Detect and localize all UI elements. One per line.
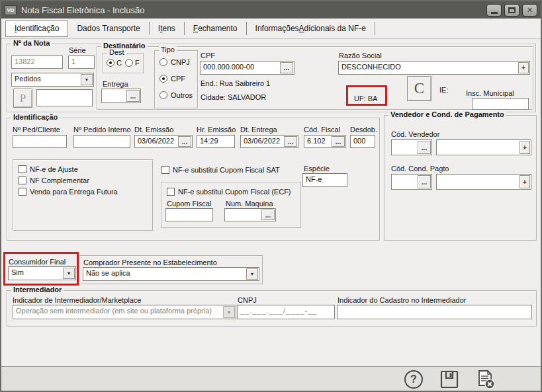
tab-fechamento[interactable]: Fechamento — [185, 22, 247, 35]
checkbox-substitui-sat-label: NF-e substitui Cupom Fiscal SAT — [173, 166, 280, 174]
chevron-down-icon[interactable]: ▼ — [81, 74, 93, 85]
cancel-document-button[interactable] — [474, 369, 496, 390]
p-button[interactable]: P — [13, 89, 32, 108]
comprador-presente-value: Não se aplica — [86, 269, 130, 277]
radio-dest-c-circle[interactable] — [107, 59, 114, 67]
cod-vendedor-input[interactable]: ... — [391, 139, 432, 155]
tab-itens[interactable]: Itens — [150, 22, 185, 35]
insc-municipal-label: Insc. Municipal — [466, 89, 514, 97]
dt-emissao-calendar-button[interactable]: ... — [178, 136, 191, 147]
ped-cliente-input[interactable] — [13, 135, 67, 148]
consumidor-final-combobox[interactable]: Sim ▼ — [8, 266, 76, 280]
checkbox-venda-entrega-futura[interactable]: Venda para Entrega Futura — [19, 188, 118, 196]
cadastro-intermediador-label: Indicador do Cadastro no Intermediador — [338, 296, 466, 304]
radio-tipo-cnpj-circle[interactable] — [159, 58, 167, 66]
insc-municipal-input[interactable] — [472, 98, 529, 110]
help-icon: ? — [410, 373, 417, 385]
dt-entrega-value: 03/06/2022 — [244, 137, 280, 145]
checkbox-nfe-ajuste[interactable]: NF-e de Ajuste — [19, 165, 78, 173]
ecf-panel: NF-e substitui Cupom Fiscal (ECF) Cupom … — [161, 182, 301, 228]
endereco-text: End.: Rua Saibreiro 1 — [201, 79, 270, 87]
radio-tipo-cpf-label: CPF — [171, 75, 185, 83]
cod-fiscal-label: Cód. Fiscal — [304, 126, 340, 134]
cadastro-intermediador-input[interactable] — [337, 305, 532, 319]
tab-identificacao[interactable]: Identificação — [5, 20, 68, 37]
radio-dest-c[interactable]: C — [107, 59, 122, 67]
checkbox-substitui-ecf-box[interactable] — [167, 188, 175, 196]
cpf-label: CPF — [201, 52, 215, 59]
c-button[interactable]: C — [407, 76, 431, 101]
radio-dest-f-circle[interactable] — [125, 59, 133, 67]
cpf-input[interactable]: 000.000.000-00 ... — [200, 61, 294, 75]
num-maquina-input[interactable]: ... — [224, 208, 276, 221]
checkbox-nf-complementar-box[interactable] — [19, 176, 26, 184]
cupom-fiscal-label: Cupom Fiscal — [167, 200, 211, 208]
radio-dest-c-label: C — [116, 59, 122, 67]
entrega-label: Entrega — [103, 80, 128, 88]
tab-bar: Identificação Dados Transporte Itens Fec… — [1, 19, 541, 39]
tab-dados-transporte[interactable]: Dados Transporte — [68, 22, 149, 35]
checkbox-substitui-sat[interactable]: NF-e substitui Cupom Fiscal SAT — [161, 166, 280, 174]
p-aux-input[interactable] — [36, 89, 93, 106]
desdob-input[interactable]: 000 — [350, 135, 375, 148]
num-maquina-lookup-button[interactable]: ... — [261, 210, 275, 220]
indicador-marketplace-combobox[interactable]: Operação sem intermediador (em site ou p… — [13, 305, 236, 319]
chevron-down-icon: ▼ — [223, 306, 235, 318]
razao-social-input[interactable]: DESCONHECIDO + — [338, 61, 530, 75]
radio-tipo-outros[interactable]: Outros — [159, 91, 193, 99]
radio-dest-f[interactable]: F — [125, 59, 140, 67]
dt-entrega-input[interactable]: 03/06/2022 ... — [240, 135, 298, 148]
desdob-label: Desdob. — [350, 126, 377, 134]
origem-combobox[interactable]: Pedidos ▼ — [11, 73, 94, 87]
dt-emissao-input[interactable]: 03/06/2022 ... — [134, 135, 193, 148]
radio-tipo-cnpj[interactable]: CNPJ — [159, 58, 190, 66]
checkbox-substitui-ecf[interactable]: NF-e substitui Cupom Fiscal (ECF) — [167, 188, 291, 196]
checkbox-venda-entrega-futura-box[interactable] — [19, 188, 26, 196]
tab-informacoes-adicionais[interactable]: Informações Adicionais da NF-e — [247, 22, 375, 35]
hr-emissao-input[interactable]: 14:29 — [197, 135, 235, 148]
nome-cond-pagto-add-button[interactable]: + — [519, 175, 530, 188]
checkbox-venda-entrega-futura-label: Venda para Entrega Futura — [30, 188, 118, 196]
radio-tipo-cpf-circle[interactable] — [159, 75, 167, 83]
close-button[interactable]: ✕ — [522, 4, 537, 17]
ped-cliente-label: Nº Ped/Cliente — [13, 126, 60, 134]
cod-fiscal-input[interactable]: 6.102 ... — [304, 135, 346, 148]
minimize-icon — [491, 12, 498, 14]
nome-vendedor-add-button[interactable]: + — [519, 141, 530, 154]
serie-input[interactable]: 1 — [68, 56, 95, 69]
nome-cond-pagto-input[interactable]: + — [436, 174, 531, 190]
checkbox-nfe-ajuste-box[interactable] — [19, 165, 26, 173]
close-icon: ✕ — [527, 6, 533, 15]
entrega-lookup-button[interactable]: ... — [126, 90, 140, 102]
numero-nota-input[interactable]: 13822 — [11, 56, 63, 69]
intermediador-cnpj-input[interactable]: __.___.___/____-__ — [237, 305, 335, 319]
especie-input[interactable]: NF-e — [302, 173, 347, 187]
nome-vendedor-input[interactable]: + — [436, 139, 531, 155]
help-button[interactable]: ? — [404, 370, 423, 389]
checkbox-nf-complementar[interactable]: NF Complementar — [19, 176, 89, 184]
cod-fiscal-lookup-button[interactable]: ... — [332, 136, 345, 147]
cod-cond-pagto-lookup-button[interactable]: ... — [418, 175, 431, 188]
group-dest-title: Dest — [107, 48, 126, 56]
chevron-down-icon[interactable]: ▼ — [246, 268, 258, 280]
pedido-interno-label: Nº Pedido Interno — [73, 126, 131, 134]
cupom-fiscal-input[interactable] — [165, 208, 213, 221]
cpf-lookup-button[interactable]: ... — [280, 62, 293, 73]
entrega-input[interactable]: ... — [101, 89, 141, 103]
save-button[interactable] — [440, 370, 459, 389]
checkbox-substitui-sat-box[interactable] — [161, 166, 169, 174]
radio-tipo-outros-circle[interactable] — [159, 91, 167, 99]
razao-social-add-button[interactable]: + — [518, 62, 529, 73]
comprador-presente-label: Comprador Presente no Estabelecimento — [83, 258, 217, 266]
cpf-value: 000.000.000-00 — [203, 63, 254, 71]
comprador-presente-combobox[interactable]: Não se aplica ▼ — [83, 267, 259, 281]
chevron-down-icon[interactable]: ▼ — [63, 268, 75, 279]
cod-vendedor-label: Cód. Vendedor — [391, 130, 439, 138]
minimize-button[interactable] — [486, 4, 502, 17]
pedido-interno-input[interactable] — [73, 135, 130, 148]
cod-cond-pagto-input[interactable]: ... — [391, 174, 432, 190]
radio-tipo-cpf[interactable]: CPF — [159, 75, 185, 83]
maximize-button[interactable] — [504, 4, 519, 17]
cod-vendedor-lookup-button[interactable]: ... — [418, 141, 431, 154]
dt-entrega-calendar-button[interactable]: ... — [284, 136, 297, 147]
